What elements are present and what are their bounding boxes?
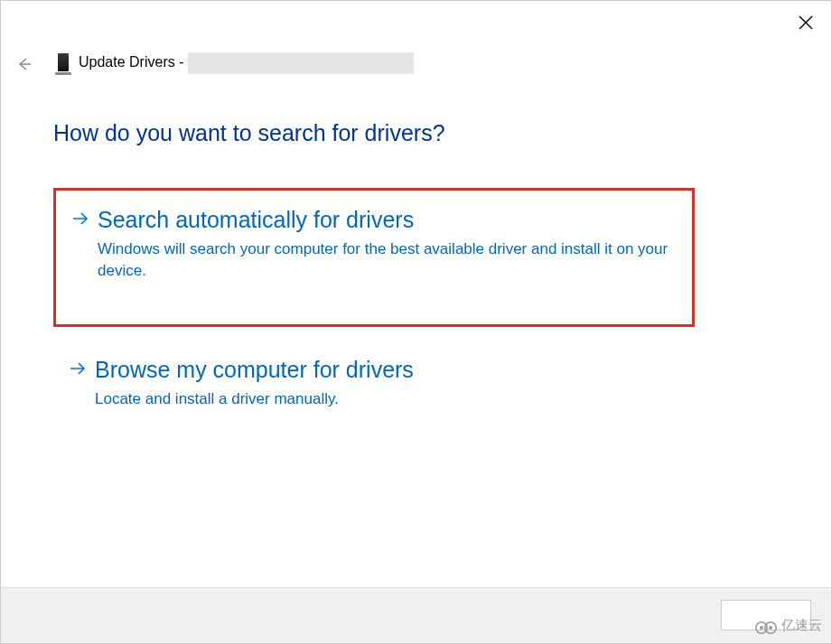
back-arrow-icon — [17, 57, 32, 71]
option-browse-computer[interactable]: Browse my computer for drivers Locate an… — [53, 350, 695, 428]
title-prefix: Update Drivers - — [79, 54, 183, 70]
arrow-right-icon — [70, 362, 86, 375]
dialog-footer — [1, 587, 831, 643]
device-icon — [55, 51, 71, 75]
option-search-automatically[interactable]: Search automatically for drivers Windows… — [53, 188, 695, 327]
arrow-right-icon — [72, 212, 89, 225]
option-description: Locate and install a driver manually. — [95, 388, 673, 411]
device-name-redacted — [188, 52, 414, 74]
dialog-header: Update Drivers - — [55, 51, 414, 75]
dialog-title: Update Drivers - — [79, 52, 414, 74]
update-drivers-dialog: Update Drivers - How do you want to sear… — [0, 0, 832, 644]
option-title: Search automatically for drivers — [98, 205, 414, 235]
cancel-button[interactable] — [721, 600, 811, 630]
close-icon — [799, 15, 813, 30]
option-description: Windows will search your computer for th… — [98, 238, 676, 283]
back-button[interactable] — [14, 53, 35, 75]
option-title: Browse my computer for drivers — [95, 355, 414, 385]
main-heading: How do you want to search for drivers? — [53, 120, 445, 146]
close-button[interactable] — [795, 12, 817, 33]
